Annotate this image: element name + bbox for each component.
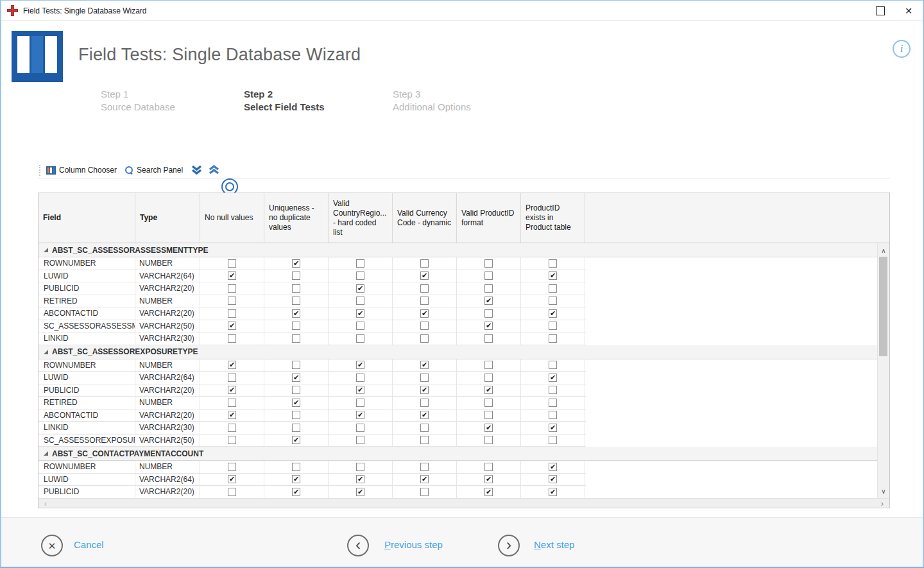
checkbox-checked[interactable]: ✔: [356, 411, 364, 419]
group-row[interactable]: ABST_SC_ASSESSOREXPOSURETYPE: [38, 345, 877, 359]
checkbox-unchecked[interactable]: [549, 361, 557, 369]
checkbox-unchecked[interactable]: [549, 259, 557, 268]
checkbox-unchecked[interactable]: [420, 488, 429, 496]
checkbox-unchecked[interactable]: [356, 424, 364, 432]
checkbox-unchecked[interactable]: [228, 309, 236, 318]
checkbox-unchecked[interactable]: [228, 334, 236, 343]
checkbox-unchecked[interactable]: [228, 399, 236, 407]
checkbox-checked[interactable]: ✔: [484, 424, 493, 432]
checkbox-checked[interactable]: ✔: [228, 475, 236, 483]
column-header[interactable]: Type: [135, 193, 200, 243]
checkbox-unchecked[interactable]: [549, 297, 557, 305]
checkbox-checked[interactable]: ✔: [484, 297, 493, 305]
checkbox-checked[interactable]: ✔: [292, 488, 300, 496]
checkbox-unchecked[interactable]: [484, 374, 493, 382]
checkbox-unchecked[interactable]: [292, 271, 300, 280]
checkbox-unchecked[interactable]: [549, 334, 557, 343]
checkbox-checked[interactable]: ✔: [356, 488, 364, 496]
checkbox-unchecked[interactable]: [356, 399, 364, 407]
checkbox-unchecked[interactable]: [484, 411, 493, 419]
group-expand-icon[interactable]: [44, 248, 48, 252]
column-header[interactable]: Field: [38, 193, 135, 243]
checkbox-checked[interactable]: ✔: [549, 374, 557, 382]
checkbox-unchecked[interactable]: [228, 284, 236, 293]
checkbox-checked[interactable]: ✔: [420, 411, 429, 419]
checkbox-checked[interactable]: ✔: [356, 309, 364, 318]
checkbox-unchecked[interactable]: [484, 436, 493, 444]
checkbox-unchecked[interactable]: [484, 334, 493, 343]
column-header[interactable]: No null values: [200, 193, 264, 243]
checkbox-unchecked[interactable]: [484, 271, 493, 280]
checkbox-checked[interactable]: ✔: [549, 488, 557, 496]
checkbox-unchecked[interactable]: [484, 259, 493, 268]
checkbox-checked[interactable]: ✔: [356, 361, 364, 369]
checkbox-unchecked[interactable]: [292, 297, 300, 305]
checkbox-unchecked[interactable]: [228, 424, 236, 432]
checkbox-unchecked[interactable]: [292, 334, 300, 343]
checkbox-unchecked[interactable]: [484, 399, 493, 407]
column-header[interactable]: Valid Currency Code - dynamic: [393, 193, 457, 243]
info-button[interactable]: i: [893, 40, 911, 58]
checkbox-checked[interactable]: ✔: [484, 386, 493, 394]
vertical-scrollbar-thumb[interactable]: [879, 257, 887, 356]
group-row[interactable]: ABST_SC_ASSESSORASSESSMENTTYPE: [38, 243, 877, 257]
checkbox-unchecked[interactable]: [228, 436, 236, 444]
checkbox-checked[interactable]: ✔: [549, 463, 557, 471]
checkbox-unchecked[interactable]: [549, 399, 557, 407]
checkbox-checked[interactable]: ✔: [228, 361, 236, 369]
cancel-button[interactable]: ✕: [41, 535, 63, 556]
previous-step-label[interactable]: Previous step: [384, 539, 443, 550]
checkbox-unchecked[interactable]: [420, 374, 429, 382]
checkbox-checked[interactable]: ✔: [228, 386, 236, 394]
column-chooser-button[interactable]: Column Chooser: [46, 166, 117, 175]
column-header[interactable]: ProductID exists in Product table: [521, 193, 585, 243]
checkbox-checked[interactable]: ✔: [484, 322, 493, 330]
checkbox-checked[interactable]: ✔: [549, 475, 557, 483]
checkbox-checked[interactable]: ✔: [356, 284, 364, 293]
checkbox-checked[interactable]: ✔: [549, 424, 557, 432]
checkbox-unchecked[interactable]: [484, 309, 493, 318]
search-panel-button[interactable]: Search Panel: [124, 166, 183, 175]
next-step-button[interactable]: ›: [498, 535, 520, 556]
checkbox-unchecked[interactable]: [228, 463, 236, 471]
checkbox-unchecked[interactable]: [484, 463, 493, 471]
checkbox-checked[interactable]: ✔: [292, 475, 300, 483]
checkbox-unchecked[interactable]: [228, 374, 236, 382]
scroll-right-icon[interactable]: ›: [877, 499, 888, 508]
checkbox-unchecked[interactable]: [356, 374, 364, 382]
checkbox-unchecked[interactable]: [292, 284, 300, 293]
column-header[interactable]: Valid ProductID format: [457, 193, 521, 243]
checkbox-unchecked[interactable]: [356, 259, 364, 268]
checkbox-unchecked[interactable]: [420, 424, 429, 432]
vertical-scrollbar[interactable]: ∧ ∨: [877, 243, 889, 498]
checkbox-unchecked[interactable]: [420, 436, 429, 444]
checkbox-checked[interactable]: ✔: [292, 436, 300, 444]
checkbox-unchecked[interactable]: [420, 334, 429, 343]
checkbox-checked[interactable]: ✔: [549, 309, 557, 318]
checkbox-unchecked[interactable]: [549, 411, 557, 419]
checkbox-unchecked[interactable]: [356, 436, 364, 444]
checkbox-unchecked[interactable]: [356, 271, 364, 280]
checkbox-unchecked[interactable]: [228, 488, 236, 496]
checkbox-unchecked[interactable]: [420, 463, 429, 471]
checkbox-checked[interactable]: ✔: [292, 374, 300, 382]
checkbox-unchecked[interactable]: [292, 361, 300, 369]
scroll-up-icon[interactable]: ∧: [878, 245, 889, 256]
checkbox-checked[interactable]: ✔: [228, 271, 236, 280]
group-expand-icon[interactable]: [44, 451, 48, 456]
checkbox-unchecked[interactable]: [356, 463, 364, 471]
checkbox-checked[interactable]: ✔: [228, 322, 236, 330]
horizontal-scrollbar[interactable]: ‹ ›: [38, 498, 889, 508]
checkbox-unchecked[interactable]: [292, 463, 300, 471]
checkbox-unchecked[interactable]: [356, 322, 364, 330]
checkbox-unchecked[interactable]: [549, 436, 557, 444]
checkbox-checked[interactable]: ✔: [228, 411, 236, 419]
checkbox-checked[interactable]: ✔: [292, 309, 300, 318]
checkbox-unchecked[interactable]: [420, 284, 429, 293]
checkbox-checked[interactable]: ✔: [356, 386, 364, 394]
previous-step-button[interactable]: ‹: [347, 535, 369, 556]
checkbox-unchecked[interactable]: [420, 399, 429, 407]
checkbox-unchecked[interactable]: [549, 386, 557, 394]
checkbox-checked[interactable]: ✔: [292, 399, 300, 407]
checkbox-checked[interactable]: ✔: [420, 475, 429, 483]
